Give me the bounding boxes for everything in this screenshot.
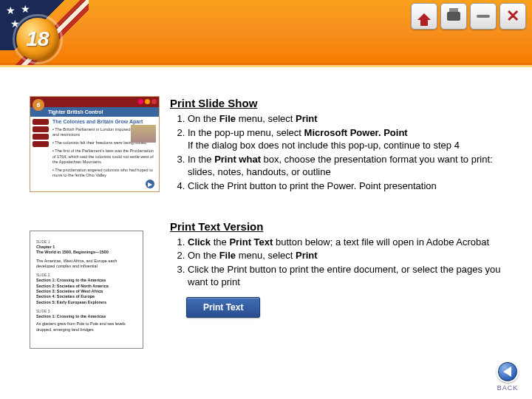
t2-slide-label: SLIDE 2 <box>36 273 137 278</box>
print-text-section: Print Text Version Click the Print Text … <box>170 219 502 318</box>
step-item: In the pop-up menu, select Microsoft Pow… <box>188 126 502 152</box>
minimize-button[interactable] <box>470 3 497 30</box>
t2-section: Section 3: Societies of West Africa <box>36 289 137 294</box>
chapter-number: 18 <box>26 27 49 51</box>
print-button[interactable] <box>440 3 467 30</box>
home-button[interactable] <box>411 3 437 30</box>
t2-line: The Americas, West Africa, and Europe ea… <box>36 259 137 270</box>
step-item: In the Print what box, choose the presen… <box>188 153 502 179</box>
left-column: 6 Tighter British Control The Colonies a… <box>30 96 160 349</box>
step-item: Click the Print Text button below; a tex… <box>188 236 502 249</box>
slide-thumbnail: 6 Tighter British Control The Colonies a… <box>30 96 160 192</box>
close-icon: ✕ <box>506 8 519 24</box>
right-column: Print Slide Show On the File menu, selec… <box>170 96 502 349</box>
t2-slide-label: SLIDE 3 <box>36 309 137 314</box>
t2-section: Section 4: Societies of Europe <box>36 294 137 299</box>
window-controls: ✕ <box>411 3 526 30</box>
section-title: Print Text Version <box>170 219 502 234</box>
text-version-steps: Click the Print Text button below; a tex… <box>170 236 502 289</box>
thumb-side-buttons <box>33 119 49 147</box>
star-icon: ★ <box>6 4 16 16</box>
print-text-button[interactable]: Print Text <box>186 297 260 318</box>
step-item: On the File menu, select Print <box>188 249 502 262</box>
thumb-window-dots <box>138 99 157 104</box>
step-item: Click the Print button to print the enti… <box>188 263 502 289</box>
close-button[interactable]: ✕ <box>499 3 526 30</box>
minimize-icon <box>477 15 490 18</box>
thumb-next-icon: ▶ <box>146 180 154 188</box>
thumb-title: Tighter British Control <box>30 107 159 117</box>
t2-chapter: Chapter 1 <box>36 245 137 250</box>
back-arrow-icon <box>497 361 519 383</box>
thumb-image-placeholder <box>131 125 156 143</box>
t2-section: Section 1: Crossing to the Americas <box>36 314 137 319</box>
t2-section: Section 5: Early European Explorers <box>36 300 137 305</box>
t2-slide-label: SLIDE 1 <box>36 239 137 245</box>
printer-icon <box>447 12 460 21</box>
back-label: BACK <box>497 384 519 392</box>
step-item: Click the Print button to print the Powe… <box>188 180 502 193</box>
content-area: 6 Tighter British Control The Colonies a… <box>0 65 532 349</box>
thumb-bullet: • The proclamation angered colonists who… <box>30 166 159 180</box>
t2-chapter-sub: The World in 1500, Beginnings—1500 <box>36 250 137 255</box>
home-icon <box>417 13 431 20</box>
step-item: On the File menu, select Print <box>188 112 502 126</box>
text-version-thumbnail: SLIDE 1 Chapter 1 The World in 1500, Beg… <box>30 231 143 349</box>
t2-line: As glaciers grew from Pole to Pole and s… <box>36 321 137 332</box>
print-slideshow-section: Print Slide Show On the File menu, selec… <box>170 96 502 193</box>
header-bar: ★ ★ ★ 18 ✕ <box>0 0 532 65</box>
t2-section: Section 2: Societies of North America <box>36 284 137 289</box>
thumb-bullet: • The first of the Parliament's laws was… <box>30 147 159 166</box>
thumb-chapter-badge: 6 <box>33 99 44 111</box>
section-title: Print Slide Show <box>170 96 502 111</box>
t2-section: Section 1: Crossing to the Americas <box>36 278 137 283</box>
chapter-number-badge: 18 <box>16 18 59 61</box>
star-icon: ★ <box>21 3 30 15</box>
slideshow-steps: On the File menu, select Print In the po… <box>170 112 502 192</box>
back-button[interactable]: BACK <box>497 361 519 392</box>
